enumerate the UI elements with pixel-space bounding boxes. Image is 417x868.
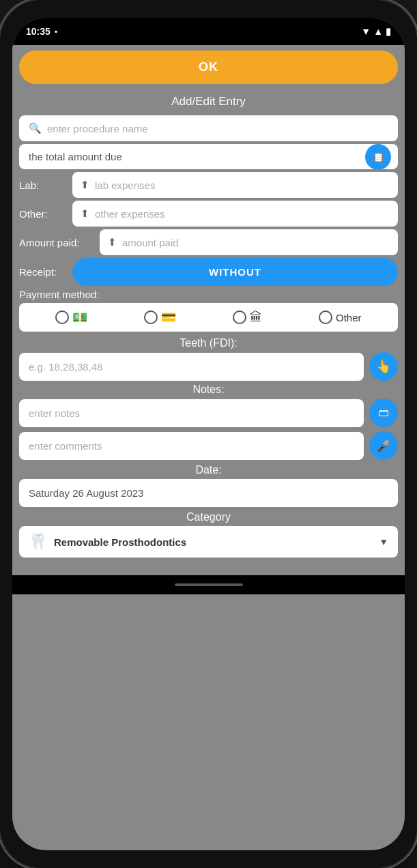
procedure-name-input[interactable]: 🔍 enter procedure name [19,115,398,141]
mic-button[interactable]: 🎤 [369,431,398,460]
category-section: Category 🦷 Removable Prosthodontics ▼ [19,511,398,558]
receipt-label: Receipt: [19,266,67,278]
calc-button[interactable]: 📋 [365,144,391,170]
upload-icon-lab: ⬆ [81,179,89,191]
notes-section: Notes: enter notes 🗃 enter comments 🎤 [19,384,398,460]
ok-button[interactable]: OK [19,50,398,84]
mic-icon: 🎤 [377,439,390,452]
home-bar [12,575,405,594]
notes-title: Notes: [19,384,398,396]
cash-icon: 💵 [72,310,87,325]
payment-option-bank[interactable]: 🏛 [233,310,262,325]
date-title: Date: [19,464,398,476]
teeth-input[interactable]: e.g. 18,28,38,48 [19,353,364,381]
payment-options-container: 💵 💳 🏛 Other [19,303,398,332]
notes-archive-button[interactable]: 🗃 [369,399,398,427]
wifi-icon: ▼ [361,26,371,37]
teeth-section: Teeth (FDI): e.g. 18,28,38,48 👆 [19,337,398,381]
status-bar: 10:35 ▪ ▼ ▲ ▮ [12,18,405,45]
date-value: Saturday 26 August 2023 [29,487,143,499]
other-payment-text: Other [336,312,362,323]
calc-icon: 📋 [373,151,384,162]
amount-paid-row: Amount paid: ⬆ amount paid [19,229,398,255]
notes-placeholder: enter notes [29,407,80,419]
lab-placeholder: lab expenses [95,179,155,191]
category-title: Category [19,511,398,523]
procedure-name-row: 🔍 enter procedure name [19,115,398,141]
bank-icon: 🏛 [250,310,262,325]
home-indicator [175,583,243,586]
upload-icon-amount: ⬆ [108,236,117,248]
radio-cash[interactable] [55,310,69,324]
teeth-placeholder: e.g. 18,28,38,48 [29,361,102,373]
date-input[interactable]: Saturday 26 August 2023 [19,479,398,507]
category-text: Removable Prosthodontics [54,536,372,548]
amount-paid-placeholder: amount paid [122,237,179,248]
other-placeholder: other expenses [95,208,165,220]
other-expenses-input[interactable]: ⬆ other expenses [72,201,398,227]
procedure-name-placeholder: enter procedure name [47,123,148,134]
payment-option-card[interactable]: 💳 [144,310,176,325]
comments-placeholder: enter comments [29,440,102,452]
receipt-row: Receipt: WITHOUT [19,258,398,286]
comments-input-row: enter comments 🎤 [19,431,398,460]
total-amount-row: the total amount due 📋 [19,144,398,169]
page-title: Add/Edit Entry [12,89,405,113]
radio-card[interactable] [144,310,158,324]
search-icon: 🔍 [29,122,42,134]
notes-input-row: enter notes 🗃 [19,399,398,427]
other-label: Other: [19,208,67,220]
payment-option-other[interactable]: Other [319,310,362,324]
lab-label: Lab: [19,179,67,191]
battery-icon: ▮ [386,26,391,37]
total-amount-input[interactable]: the total amount due [19,144,398,169]
lab-expenses-input[interactable]: ⬆ lab expenses [72,172,398,198]
radio-other[interactable] [319,310,332,324]
payment-method-label: Payment method: [19,289,398,300]
sim-icon: ▪ [55,27,57,36]
notes-input[interactable]: enter notes [19,399,364,427]
chevron-down-icon: ▼ [379,536,388,547]
other-expenses-row: Other: ⬆ other expenses [19,201,398,227]
lab-expenses-row: Lab: ⬆ lab expenses [19,172,398,198]
payment-option-cash[interactable]: 💵 [55,310,87,325]
app-content: OK Add/Edit Entry 🔍 enter procedure name… [12,45,405,575]
signal-icon: ▲ [373,26,383,37]
total-amount-placeholder: the total amount due [29,151,122,162]
archive-icon: 🗃 [378,407,389,419]
comments-input[interactable]: enter comments [19,432,364,460]
category-icon: 🦷 [29,533,47,551]
amount-paid-label: Amount paid: [19,237,94,248]
teeth-title: Teeth (FDI): [19,337,398,349]
time-display: 10:35 [26,26,51,37]
radio-bank[interactable] [233,310,246,324]
card-icon: 💳 [161,310,176,325]
upload-icon-other: ⬆ [81,207,89,220]
amount-paid-input[interactable]: ⬆ amount paid [100,229,398,255]
payment-method-section: Payment method: 💵 💳 🏛 [19,289,398,332]
hand-icon: 👆 [376,359,391,374]
category-dropdown[interactable]: 🦷 Removable Prosthodontics ▼ [19,526,398,558]
without-button[interactable]: WITHOUT [72,258,398,286]
teeth-hand-button[interactable]: 👆 [369,352,398,381]
teeth-row: e.g. 18,28,38,48 👆 [19,352,398,381]
date-section: Date: Saturday 26 August 2023 [19,464,398,507]
